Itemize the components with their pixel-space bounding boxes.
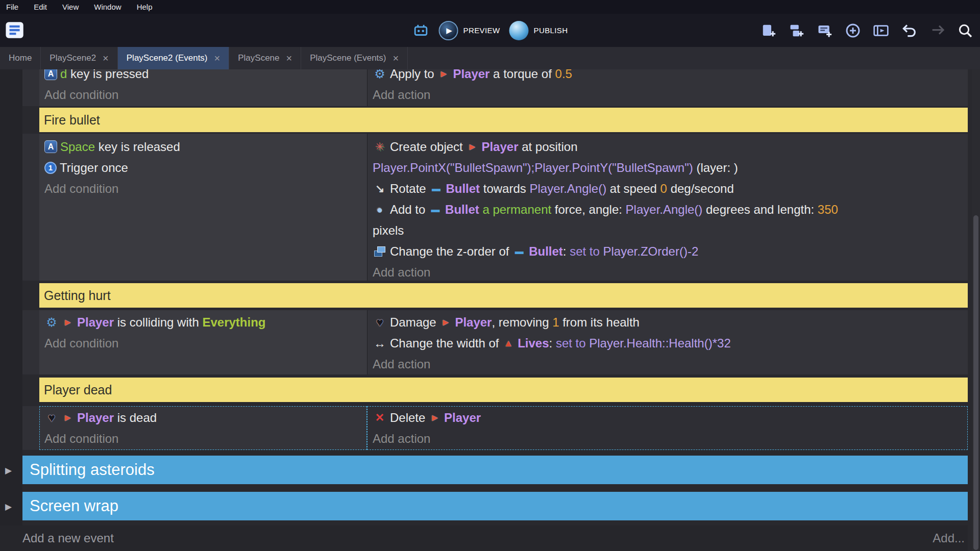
add-comment-icon[interactable] [816,22,834,39]
trigger-once-icon: 1 [44,162,57,174]
text-segment: Rotate [390,182,429,196]
gdevelop-logo[interactable] [5,21,26,39]
publish-button[interactable]: PUBLISH [509,21,568,40]
sheet-footer: Add a new event Add... [0,525,968,551]
close-icon[interactable]: × [393,53,399,63]
action-line-wrap[interactable]: pixels [373,220,968,241]
text-segment: at speed [606,182,660,196]
search-icon[interactable] [957,22,974,39]
conditions-cell[interactable]: ASpace key is released 1Trigger once Add… [39,134,367,281]
add-condition-button[interactable]: Add condition [44,84,367,105]
text-segment: Bullet [446,182,480,196]
event-drag-handle[interactable] [22,134,39,281]
tab-playscene-events[interactable]: PlayScene (Events) × [301,47,408,69]
text-segment: Change the width of [390,336,502,350]
conditions-cell[interactable]: Ad key is pressed Add condition [39,69,367,106]
event-row: Ad key is pressed Add condition ⚙Apply t… [22,69,968,106]
undo-icon[interactable] [900,22,918,39]
force-icon: ● [373,203,387,217]
condition-line[interactable]: ASpace key is released [44,136,367,157]
add-action-button[interactable]: Add action [373,428,968,449]
text-segment: (layer: ) [693,161,738,175]
text-segment: Player [453,69,489,81]
text-segment: Player [77,411,114,425]
menu-file[interactable]: File [6,3,18,11]
toolbar: ▶ PREVIEW PUBLISH [0,14,980,47]
event-group[interactable]: Splitting asteroids [22,456,968,484]
event-drag-handle[interactable] [22,69,39,106]
tab-home[interactable]: Home [0,47,41,69]
choose-event-icon[interactable] [872,22,890,39]
add-event-icon[interactable] [760,22,777,39]
conditions-cell[interactable]: ⚙►Player is colliding with Everything Ad… [39,310,367,374]
comment-row[interactable]: Getting hurt [39,283,968,308]
group-collapse-toggle[interactable]: ▶ [5,465,16,476]
add-new-event-button[interactable]: Add a new event [22,531,114,545]
text-segment: is colliding with [114,315,202,330]
condition-line[interactable]: ⚙►Player is colliding with Everything [44,312,367,333]
add-action-button[interactable]: Add action [373,84,968,105]
debugger-icon[interactable] [412,22,430,39]
add-circle-icon[interactable] [844,22,862,39]
toolbar-center: ▶ PREVIEW PUBLISH [412,14,568,47]
action-line[interactable]: ✳Create object ►Player at position [373,136,968,157]
add-button[interactable]: Add... [933,531,965,545]
text-segment: : [549,336,556,350]
menu-bar: File Edit View Window Help [0,0,980,14]
play-icon: ▶ [439,21,458,40]
menu-help[interactable]: Help [137,3,153,11]
action-line-wrap[interactable]: Player.PointX("BulletSpawn");Player.Poin… [373,157,968,178]
heart-icon: ♥ [373,315,387,330]
add-subevent-icon[interactable] [788,22,805,39]
tab-playscene2[interactable]: PlayScene2 × [41,47,117,69]
event-drag-handle[interactable] [22,310,39,374]
text-segment: set to [556,336,589,350]
text-segment: Bullet [529,244,563,259]
menu-window[interactable]: Window [94,3,121,11]
preview-button[interactable]: ▶ PREVIEW [439,21,500,40]
text-segment: Apply to [390,69,437,81]
action-line[interactable]: ♥Damage ►Player, removing 1 from its hea… [373,312,968,333]
actions-cell[interactable]: ✕Delete ►Player Add action [367,406,968,450]
comment-row[interactable]: Player dead [39,378,968,402]
event-group[interactable]: Screen wrap [22,492,968,520]
action-line[interactable]: ↘Rotate ▬Bullet towards Player.Angle() a… [373,178,968,199]
text-segment: force, angle: [551,203,625,217]
condition-line[interactable]: ♥►Player is dead [44,407,367,428]
actions-cell[interactable]: ✳Create object ►Player at position Playe… [367,134,968,281]
action-line[interactable]: ●Add to ▬Bullet a permanent force, angle… [373,199,968,220]
conditions-cell[interactable]: ♥►Player is dead Add condition [39,406,367,450]
close-icon[interactable]: × [286,53,292,63]
group-collapse-toggle[interactable]: ▶ [5,502,16,512]
bullet-object-icon: ▬ [429,203,442,217]
close-icon[interactable]: × [214,53,220,63]
tab-playscene2-events[interactable]: PlayScene2 (Events) × [118,47,229,69]
text-segment: Create object [390,140,466,154]
add-action-button[interactable]: Add action [373,354,968,374]
add-condition-button[interactable]: Add condition [44,428,367,449]
player-object-icon: ► [62,315,74,330]
action-line[interactable]: ✕Delete ►Player [373,407,968,428]
add-condition-button[interactable]: Add condition [44,178,367,199]
publish-sphere-icon [509,21,528,40]
player-object-icon: ► [62,411,74,425]
add-condition-button[interactable]: Add condition [44,333,367,354]
redo-icon[interactable] [928,22,946,39]
scrollbar-thumb[interactable] [973,215,978,550]
actions-cell[interactable]: ♥Damage ►Player, removing 1 from its hea… [367,310,968,374]
comment-row[interactable]: Fire bullet [39,108,968,132]
action-line[interactable]: ↔Change the width of ▲Lives: set to Play… [373,333,968,354]
condition-line[interactable]: 1Trigger once [44,157,367,178]
menu-edit[interactable]: Edit [34,3,47,11]
actions-cell[interactable]: ⚙Apply to ►Player a torque of 0.5 Add ac… [367,69,968,106]
action-line[interactable]: ⚙Apply to ►Player a torque of 0.5 [373,69,968,84]
action-line[interactable]: Change the z-order of ▬Bullet: set to Pl… [373,241,968,262]
menu-view[interactable]: View [62,3,79,11]
event-drag-handle[interactable] [22,406,39,450]
close-icon[interactable]: × [103,53,109,63]
delete-icon: ✕ [373,411,387,425]
text-segment: 1 [552,315,559,330]
condition-line[interactable]: Ad key is pressed [44,69,367,84]
add-action-button[interactable]: Add action [373,262,968,281]
tab-playscene[interactable]: PlayScene × [229,47,301,69]
